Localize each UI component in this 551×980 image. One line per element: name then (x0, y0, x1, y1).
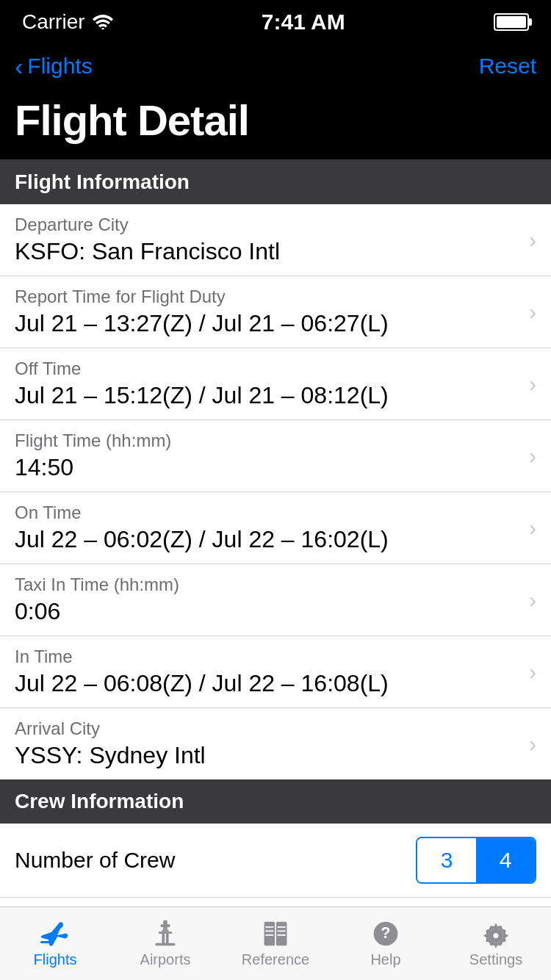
back-chevron-icon: ‹ (15, 52, 23, 81)
in-time-chevron-icon: › (529, 660, 536, 685)
reset-button[interactable]: Reset (479, 54, 536, 79)
report-time-value: Jul 21 – 13:27(Z) / Jul 21 – 06:27(L) (15, 310, 522, 337)
svg-rect-10 (276, 922, 287, 946)
in-time-value: Jul 22 – 06:08(Z) / Jul 22 – 16:08(L) (15, 670, 522, 697)
in-time-label: In Time (15, 646, 522, 667)
flight-info-header-text: Flight Information (15, 170, 190, 193)
settings-icon (478, 919, 514, 948)
departure-city-content: Departure City KSFO: San Francisco Intl (15, 215, 522, 265)
tab-settings[interactable]: Settings (441, 907, 551, 980)
arrival-city-row[interactable]: Arrival City YSSY: Sydney Intl › (0, 708, 551, 779)
taxi-in-label: Taxi In Time (hh:mm) (15, 574, 522, 595)
in-time-content: In Time Jul 22 – 06:08(Z) / Jul 22 – 16:… (15, 646, 522, 697)
tab-airports[interactable]: Airports (110, 907, 220, 980)
taxi-in-content: Taxi In Time (hh:mm) 0:06 (15, 574, 522, 625)
wifi-icon (93, 15, 113, 29)
flight-time-chevron-icon: › (529, 444, 536, 469)
report-time-chevron-icon: › (529, 300, 536, 325)
report-time-label: Report Time for Flight Duty (15, 287, 522, 307)
svg-rect-7 (166, 934, 169, 945)
arrival-city-label: Arrival City (15, 718, 522, 739)
arrival-city-value: YSSY: Sydney Intl (15, 742, 522, 769)
svg-point-0 (101, 28, 104, 29)
on-time-row[interactable]: On Time Jul 22 – 06:02(Z) / Jul 22 – 16:… (0, 492, 551, 564)
crew-info-header-text: Crew Information (15, 790, 184, 813)
taxi-in-chevron-icon: › (529, 588, 536, 613)
reference-icon (257, 919, 294, 948)
report-time-row[interactable]: Report Time for Flight Duty Jul 21 – 13:… (0, 276, 551, 348)
tab-reference[interactable]: Reference (220, 907, 331, 980)
tab-settings-label: Settings (469, 951, 522, 968)
back-button[interactable]: ‹ Flights (15, 52, 93, 81)
in-time-row[interactable]: In Time Jul 22 – 06:08(Z) / Jul 22 – 16:… (0, 636, 551, 708)
crew-stepper[interactable]: 3 4 (416, 837, 536, 884)
svg-rect-5 (159, 932, 172, 934)
off-time-label: Off Time (15, 359, 522, 379)
flight-time-label: Flight Time (hh:mm) (15, 430, 522, 451)
tab-bar: Flights Airports (0, 907, 551, 980)
arrival-city-chevron-icon: › (529, 732, 536, 757)
departure-city-label: Departure City (15, 215, 522, 235)
help-icon: ? (367, 919, 404, 948)
flight-info-section-header: Flight Information (0, 160, 551, 204)
battery-fill (497, 16, 526, 28)
svg-rect-3 (161, 924, 170, 927)
number-of-crew-label: Number of Crew (15, 848, 175, 873)
tab-reference-label: Reference (242, 951, 309, 968)
flights-icon (37, 919, 73, 948)
svg-text:?: ? (381, 923, 390, 942)
stepper-option-3[interactable]: 3 (417, 838, 476, 882)
nav-bar: ‹ Flights Reset (0, 44, 551, 88)
number-of-crew-row: Number of Crew 3 4 (0, 824, 551, 898)
on-time-label: On Time (15, 502, 522, 523)
tab-flights[interactable]: Flights (0, 907, 110, 980)
svg-rect-4 (162, 930, 168, 932)
flight-time-content: Flight Time (hh:mm) 14:50 (15, 430, 522, 481)
battery-indicator (494, 13, 529, 31)
taxi-in-time-row[interactable]: Taxi In Time (hh:mm) 0:06 › (0, 564, 551, 636)
crew-info-section-header: Crew Information (0, 779, 551, 824)
svg-rect-1 (40, 941, 54, 943)
flight-info-list: Departure City KSFO: San Francisco Intl … (0, 204, 551, 779)
svg-rect-8 (155, 943, 175, 946)
status-bar: Carrier 7:41 AM (0, 0, 551, 44)
carrier-text: Carrier (22, 10, 85, 34)
flight-time-value: 14:50 (15, 454, 522, 481)
tab-help[interactable]: ? Help (331, 907, 441, 980)
tab-airports-label: Airports (140, 951, 191, 968)
departure-city-row[interactable]: Departure City KSFO: San Francisco Intl … (0, 204, 551, 276)
stepper-option-4[interactable]: 4 (476, 838, 535, 882)
carrier-wifi: Carrier (22, 10, 113, 34)
page-title-bar: Flight Detail (0, 88, 551, 160)
svg-rect-9 (264, 922, 276, 946)
on-time-content: On Time Jul 22 – 06:02(Z) / Jul 22 – 16:… (15, 502, 522, 553)
off-time-value: Jul 21 – 15:12(Z) / Jul 21 – 08:12(L) (15, 382, 522, 409)
main-content: Flight Information Departure City KSFO: … (0, 160, 551, 980)
airports-icon (147, 919, 184, 948)
departure-city-value: KSFO: San Francisco Intl (15, 238, 522, 265)
on-time-value: Jul 22 – 06:02(Z) / Jul 22 – 16:02(L) (15, 526, 522, 553)
taxi-in-value: 0:06 (15, 598, 522, 625)
on-time-chevron-icon: › (529, 516, 536, 541)
svg-rect-6 (162, 934, 165, 945)
report-time-content: Report Time for Flight Duty Jul 21 – 13:… (15, 287, 522, 337)
off-time-row[interactable]: Off Time Jul 21 – 15:12(Z) / Jul 21 – 08… (0, 348, 551, 420)
tab-flights-label: Flights (34, 951, 77, 968)
departure-city-chevron-icon: › (529, 228, 536, 253)
arrival-city-content: Arrival City YSSY: Sydney Intl (15, 718, 522, 769)
off-time-chevron-icon: › (529, 372, 536, 397)
battery-icon (494, 13, 529, 31)
back-label: Flights (27, 54, 92, 79)
off-time-content: Off Time Jul 21 – 15:12(Z) / Jul 21 – 08… (15, 359, 522, 409)
status-time: 7:41 AM (262, 10, 345, 35)
tab-help-label: Help (370, 951, 400, 968)
flight-time-row[interactable]: Flight Time (hh:mm) 14:50 › (0, 420, 551, 492)
page-title: Flight Detail (15, 96, 536, 145)
